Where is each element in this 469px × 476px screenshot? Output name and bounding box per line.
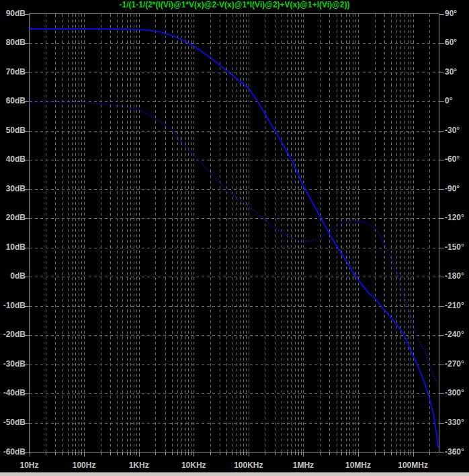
x-axis-label: 100Hz	[54, 461, 114, 470]
x-axis-label: 100MHz	[383, 461, 443, 470]
y-left-label: -40dB	[0, 389, 26, 397]
y-right-label: -60°	[445, 155, 460, 164]
phase-trace[interactable]	[30, 102, 437, 384]
y-right-label: -180°	[445, 272, 464, 281]
y-right-label: -360°	[445, 448, 464, 457]
y-left-label: 60dB	[0, 97, 26, 105]
y-left-label: 70dB	[0, 68, 26, 77]
waveform-viewer: -1/(1-1/(2*(I(Vi)@1*V(x)@2-V(x)@1*I(Vi)@…	[0, 0, 469, 476]
y-left-label: -60dB	[0, 448, 26, 457]
y-right-label: 0°	[445, 97, 452, 105]
y-right-label: -300°	[445, 389, 464, 397]
y-left-label: -30dB	[0, 360, 26, 369]
y-left-label: -20dB	[0, 330, 26, 339]
y-right-label: 30°	[445, 68, 457, 77]
axis-ticks	[24, 15, 444, 457]
y-left-label: 90dB	[0, 9, 26, 18]
plot-canvas[interactable]	[0, 0, 469, 476]
x-axis-label: 1KHz	[109, 461, 169, 470]
window-bottom-edge	[0, 472, 469, 476]
y-right-label: 90°	[445, 9, 457, 18]
y-left-label: 40dB	[0, 155, 26, 164]
x-axis-label: 100KHz	[218, 461, 279, 470]
x-axis-label: 10Hz	[0, 461, 60, 470]
y-left-label: 0dB	[0, 272, 26, 281]
magnitude-trace[interactable]	[30, 29, 439, 448]
y-left-label: 30dB	[0, 185, 26, 193]
y-left-label: 50dB	[0, 126, 26, 135]
grid-lines	[30, 14, 439, 453]
y-right-label: -210°	[445, 301, 464, 310]
y-right-label: -30°	[445, 126, 460, 135]
y-left-label: 80dB	[0, 38, 26, 47]
y-right-label: -270°	[445, 360, 464, 369]
y-left-label: 20dB	[0, 213, 26, 222]
y-right-label: -90°	[445, 185, 460, 193]
y-right-label: -240°	[445, 330, 464, 339]
y-right-label: -120°	[445, 213, 464, 222]
y-right-label: -330°	[445, 418, 464, 427]
y-left-label: 10dB	[0, 243, 26, 252]
x-axis-label: 10KHz	[163, 461, 224, 470]
x-axis-label: 10MHz	[328, 461, 388, 470]
plot-border	[30, 14, 439, 453]
y-left-label: -50dB	[0, 418, 26, 427]
y-right-label: 60°	[445, 38, 457, 47]
x-axis-label: 1MHz	[273, 461, 333, 470]
y-right-label: -150°	[445, 243, 464, 252]
y-left-label: -10dB	[0, 301, 26, 310]
